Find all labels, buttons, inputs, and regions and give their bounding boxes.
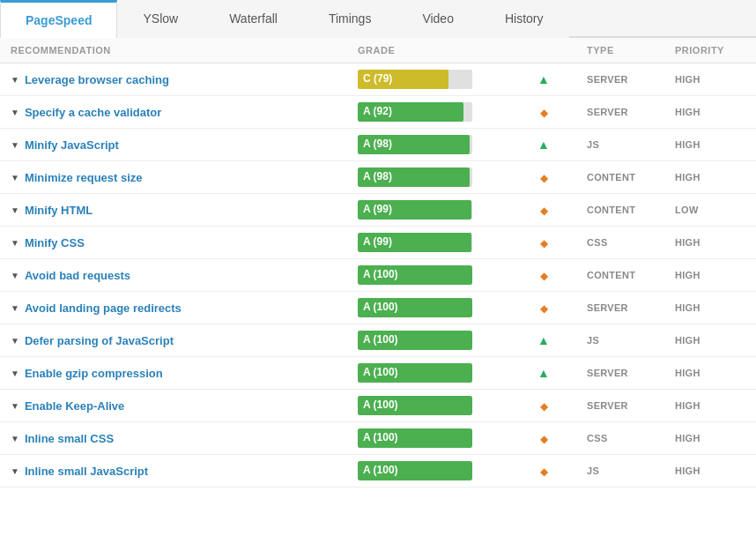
recommendation-link[interactable]: Minify CSS [25, 236, 85, 249]
grade-cell: A (100) [358, 265, 534, 285]
table-row: ▼Specify a cache validatorA (92)◆SERVERH… [0, 96, 756, 129]
grade-label: A (100) [363, 464, 398, 476]
expand-icon[interactable]: ▼ [11, 303, 19, 313]
type-cell: JS [587, 465, 675, 476]
grade-cell: A (100) [358, 363, 534, 383]
expand-icon[interactable]: ▼ [11, 140, 19, 150]
priority-cell: HIGH [675, 465, 745, 476]
recommendation-link[interactable]: Avoid landing page redirects [25, 302, 182, 315]
grade-label: A (100) [363, 431, 398, 443]
priority-cell: HIGH [675, 400, 745, 411]
expand-icon[interactable]: ▼ [11, 173, 19, 182]
grade-label: A (99) [363, 235, 392, 248]
trend-diamond-icon: ◆ [540, 270, 548, 282]
grade-label: A (100) [363, 366, 398, 378]
table-row: ▼Avoid bad requestsA (100)◆CONTENTHIGH [0, 259, 756, 292]
grade-label: C (79) [363, 72, 392, 85]
grade-cell: A (98) [358, 135, 534, 154]
col-grade: GRADE [358, 45, 534, 56]
recommendation-link[interactable]: Minimize request size [25, 171, 143, 184]
grade-bar: A (100) [358, 331, 472, 350]
grade-bar: A (99) [358, 200, 472, 220]
priority-cell: HIGH [675, 139, 745, 150]
grade-cell: A (99) [358, 200, 534, 220]
trend-icon: ▲ [534, 72, 553, 86]
tab-history[interactable]: History [479, 0, 569, 38]
grade-bar: A (100) [358, 298, 472, 317]
grade-label: A (100) [363, 301, 398, 313]
type-cell: SERVER [587, 368, 675, 378]
trend-icon: ▲ [534, 138, 553, 152]
results-table: ▼Leverage browser cachingC (79)▲SERVERHI… [0, 63, 756, 488]
recommendation-link[interactable]: Defer parsing of JavaScript [25, 334, 174, 347]
grade-bar: A (100) [358, 363, 472, 383]
recommendation-link[interactable]: Inline small JavaScript [25, 465, 148, 478]
recommendation-link[interactable]: Avoid bad requests [25, 269, 130, 282]
tab-bar: PageSpeedYSlowWaterfallTimingsVideoHisto… [0, 0, 756, 38]
tab-waterfall[interactable]: Waterfall [204, 0, 303, 38]
expand-icon[interactable]: ▼ [11, 271, 19, 280]
recommendation-link[interactable]: Enable gzip compression [25, 367, 163, 380]
grade-bar: A (100) [358, 396, 472, 415]
recommendation-link[interactable]: Leverage browser caching [25, 73, 169, 86]
type-cell: SERVER [587, 74, 675, 85]
trend-diamond-icon: ◆ [540, 237, 548, 249]
type-cell: JS [587, 335, 675, 346]
trend-diamond-icon: ◆ [540, 465, 548, 478]
expand-icon[interactable]: ▼ [11, 434, 19, 443]
trend-up-icon: ▲ [537, 333, 550, 347]
priority-cell: HIGH [675, 335, 745, 346]
grade-label: A (98) [363, 138, 392, 150]
grade-cell: A (100) [358, 331, 534, 350]
expand-icon[interactable]: ▼ [11, 369, 19, 378]
recommendation-link[interactable]: Minify JavaScript [25, 138, 119, 152]
col-recommendation: RECOMMENDATION [11, 45, 358, 56]
recommendation-link[interactable]: Minify HTML [25, 204, 93, 217]
trend-icon: ◆ [534, 105, 553, 119]
table-row: ▼Inline small CSSA (100)◆CSSHIGH [0, 422, 756, 455]
type-cell: SERVER [587, 400, 675, 411]
trend-up-icon: ▲ [537, 138, 550, 152]
priority-cell: HIGH [675, 237, 745, 248]
expand-icon[interactable]: ▼ [11, 336, 19, 346]
table-row: ▼Minimize request sizeA (98)◆CONTENTHIGH [0, 161, 756, 194]
grade-label: A (100) [363, 268, 398, 280]
tab-yslow[interactable]: YSlow [117, 0, 204, 38]
priority-cell: HIGH [675, 107, 745, 117]
tab-video[interactable]: Video [397, 0, 479, 38]
table-row: ▼Minify JavaScriptA (98)▲JSHIGH [0, 129, 756, 161]
trend-icon: ◆ [534, 431, 553, 445]
trend-icon: ◆ [534, 235, 553, 249]
expand-icon[interactable]: ▼ [11, 205, 19, 215]
priority-cell: HIGH [675, 172, 745, 182]
expand-icon[interactable]: ▼ [11, 108, 19, 117]
expand-icon[interactable]: ▼ [11, 75, 19, 85]
trend-up-icon: ▲ [537, 72, 550, 86]
grade-cell: A (100) [358, 461, 534, 480]
recommendation-link[interactable]: Inline small CSS [25, 432, 114, 445]
grade-bar: A (100) [358, 461, 472, 480]
grade-label: A (100) [363, 333, 398, 346]
priority-cell: HIGH [675, 368, 745, 378]
table-row: ▼Leverage browser cachingC (79)▲SERVERHI… [0, 63, 756, 96]
recommendation-link[interactable]: Specify a cache validator [25, 106, 161, 119]
type-cell: CONTENT [587, 205, 675, 215]
type-cell: CSS [587, 237, 675, 248]
trend-diamond-icon: ◆ [540, 302, 548, 315]
priority-cell: HIGH [675, 270, 745, 280]
tab-pagespeed[interactable]: PageSpeed [0, 0, 117, 38]
priority-cell: HIGH [675, 302, 745, 313]
tab-timings[interactable]: Timings [303, 0, 397, 38]
grade-cell: C (79) [358, 70, 534, 89]
col-type: TYPE [587, 45, 675, 56]
recommendation-link[interactable]: Enable Keep-Alive [25, 399, 124, 413]
expand-icon[interactable]: ▼ [11, 238, 19, 248]
grade-cell: A (98) [358, 168, 534, 187]
grade-cell: A (100) [358, 428, 534, 448]
expand-icon[interactable]: ▼ [11, 401, 19, 411]
grade-cell: A (100) [358, 396, 534, 415]
expand-icon[interactable]: ▼ [11, 466, 19, 476]
trend-diamond-icon: ◆ [540, 400, 548, 413]
type-cell: CONTENT [587, 172, 675, 182]
grade-cell: A (100) [358, 298, 534, 317]
